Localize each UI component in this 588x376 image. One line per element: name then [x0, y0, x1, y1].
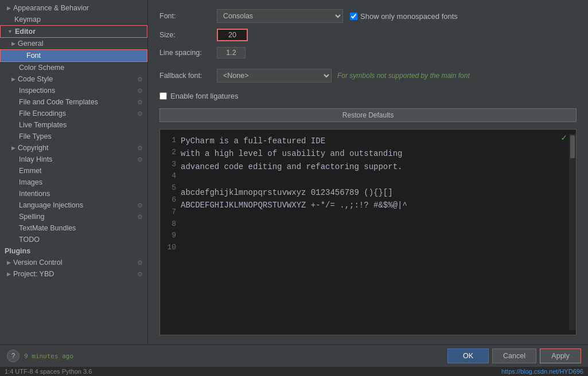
sidebar-item-keymap[interactable]: Keymap	[0, 14, 147, 25]
line-numbers: 1 2 3 4 5 6 7 8 9 10	[160, 134, 181, 330]
ligatures-row: Enable font ligatures	[159, 92, 577, 100]
sidebar-item-inlay-hints[interactable]: Inlay Hints ⚙	[0, 154, 147, 165]
preview-line-8	[181, 225, 569, 237]
sidebar-item-general[interactable]: ▶ General	[0, 38, 147, 49]
show-monospaced-checkbox[interactable]	[350, 13, 357, 20]
help-button[interactable]: ?	[7, 350, 20, 362]
cancel-button[interactable]: Cancel	[492, 348, 536, 363]
check-icon: ✓	[561, 132, 567, 143]
sidebar-item-textmate-bundles[interactable]: TextMate Bundles	[0, 222, 147, 234]
arrow-right-icon: ▶	[7, 5, 11, 11]
arrow-right-icon: ▶	[7, 260, 11, 265]
preview-line-1: PyCharm is a full-featured IDE	[181, 135, 569, 147]
size-row: Size:	[159, 29, 577, 41]
fallback-font-row: Fallback font: <None> For symbols not su…	[159, 69, 577, 83]
settings-icon: ⚙	[137, 259, 143, 267]
status-position: 1:4 UTF-8 4 spaces Python 3.6	[5, 368, 92, 375]
arrow-right-icon: ▶	[11, 145, 15, 151]
status-bar: 1:4 UTF-8 4 spaces Python 3.6 https://bl…	[0, 367, 588, 376]
sidebar-item-emmet[interactable]: Emmet	[0, 165, 147, 177]
time-status: 9 minutes ago	[24, 352, 73, 360]
settings-icon: ⚙	[137, 87, 143, 95]
sidebar-item-live-templates[interactable]: Live Templates	[0, 119, 147, 131]
main-content: Font: Consolas Arial Courier New Show on…	[148, 0, 588, 344]
settings-icon: ⚙	[137, 110, 143, 117]
apply-button[interactable]: Apply	[540, 348, 581, 363]
fallback-hint: For symbols not supported by the main fo…	[337, 72, 470, 80]
sidebar-item-plugins[interactable]: Plugins	[0, 245, 147, 257]
scrollbar-thumb[interactable]	[570, 135, 575, 158]
settings-icon: ⚙	[137, 99, 143, 106]
preview-line-3: advanced code editing and refactoring su…	[181, 160, 569, 173]
settings-icon: ⚙	[137, 76, 143, 83]
sidebar-item-intentions[interactable]: Intentions	[0, 188, 147, 199]
sidebar-item-language-injections[interactable]: Language Injections ⚙	[0, 199, 147, 211]
preview-area: 1 2 3 4 5 6 7 8 9 10 PyCharm is a full-f…	[159, 129, 577, 335]
sidebar-item-todo[interactable]: TODO	[0, 234, 147, 245]
sidebar-item-code-style[interactable]: ▶ Code Style ⚙	[0, 73, 147, 85]
show-monospaced-label[interactable]: Show only monospaced fonts	[350, 12, 458, 21]
bottom-section: ? 9 minutes ago OK Cancel Apply 1:4 UTF-…	[0, 344, 588, 376]
fallback-font-dropdown[interactable]: <None>	[217, 69, 332, 83]
ligatures-label: Enable font ligatures	[170, 92, 239, 100]
ok-button[interactable]: OK	[447, 348, 489, 363]
line-spacing-label: Line spacing:	[159, 49, 217, 57]
settings-icon: ⚙	[137, 271, 143, 278]
sidebar-item-file-encodings[interactable]: File Encodings ⚙	[0, 108, 147, 119]
dialog-body: ▶ Appearance & Behavior Keymap ▼ Editor …	[0, 0, 588, 344]
size-field-border	[217, 29, 248, 41]
status-link[interactable]: https://blog.csdn.net/HYD696	[501, 368, 583, 375]
sidebar-item-editor[interactable]: ▼ Editor	[0, 25, 147, 38]
line-spacing-row: Line spacing:	[159, 47, 577, 58]
settings-icon: ⚙	[137, 156, 143, 163]
settings-icon: ⚙	[137, 213, 143, 221]
settings-dialog: ▶ Appearance & Behavior Keymap ▼ Editor …	[0, 0, 588, 376]
preview-line-7	[181, 211, 569, 224]
settings-icon: ⚙	[137, 202, 143, 209]
preview-line-4	[181, 173, 569, 186]
preview-line-10	[181, 250, 569, 263]
sidebar-item-color-scheme[interactable]: Color Scheme	[0, 62, 147, 73]
preview-code: PyCharm is a full-featured IDE with a hi…	[181, 134, 569, 330]
preview-line-2: with a high level of usability and outst…	[181, 147, 569, 160]
sidebar-item-font[interactable]: Font	[0, 49, 147, 62]
arrow-right-icon: ▶	[11, 41, 15, 46]
sidebar-item-project-ybd[interactable]: ▶ Project: YBD ⚙	[0, 268, 147, 280]
line-spacing-input[interactable]	[217, 47, 246, 58]
arrow-right-icon: ▶	[7, 271, 11, 277]
sidebar-item-version-control[interactable]: ▶ Version Control ⚙	[0, 257, 147, 268]
font-row: Font: Consolas Arial Courier New Show on…	[159, 9, 577, 23]
sidebar-item-file-types[interactable]: File Types	[0, 131, 147, 142]
sidebar-item-inspections[interactable]: Inspections ⚙	[0, 85, 147, 96]
preview-line-6: ABCDEFGHIJKLMNOPQRSTUVWXYZ +-*/= .,;:!? …	[181, 199, 569, 211]
sidebar-item-appearance[interactable]: ▶ Appearance & Behavior	[0, 2, 147, 14]
ligatures-checkbox[interactable]	[159, 92, 167, 100]
sidebar-item-copyright[interactable]: ▶ Copyright ⚙	[0, 142, 147, 154]
size-label: Size:	[159, 31, 217, 39]
settings-icon: ⚙	[137, 144, 143, 152]
preview-line-5: abcdefghijklmnopqrstuvwxyz 0123456789 ()…	[181, 186, 569, 199]
sidebar: ▶ Appearance & Behavior Keymap ▼ Editor …	[0, 0, 148, 344]
sidebar-item-images[interactable]: Images	[0, 177, 147, 188]
sidebar-item-spelling[interactable]: Spelling ⚙	[0, 211, 147, 222]
preview-scrollbar[interactable]	[569, 134, 576, 330]
dialog-buttons: OK Cancel Apply	[447, 348, 581, 363]
preview-line-9	[181, 237, 569, 250]
sidebar-item-file-code-templates[interactable]: File and Code Templates ⚙	[0, 96, 147, 108]
arrow-down-icon: ▼	[7, 29, 13, 34]
restore-defaults-button[interactable]: Restore Defaults	[159, 108, 577, 122]
font-dropdown[interactable]: Consolas Arial Courier New	[217, 9, 343, 23]
size-input[interactable]	[218, 30, 247, 40]
arrow-right-icon: ▶	[11, 76, 15, 82]
bottom-bar: ? 9 minutes ago OK Cancel Apply	[0, 344, 588, 367]
fallback-font-label: Fallback font:	[159, 72, 217, 80]
font-label: Font:	[159, 12, 217, 20]
